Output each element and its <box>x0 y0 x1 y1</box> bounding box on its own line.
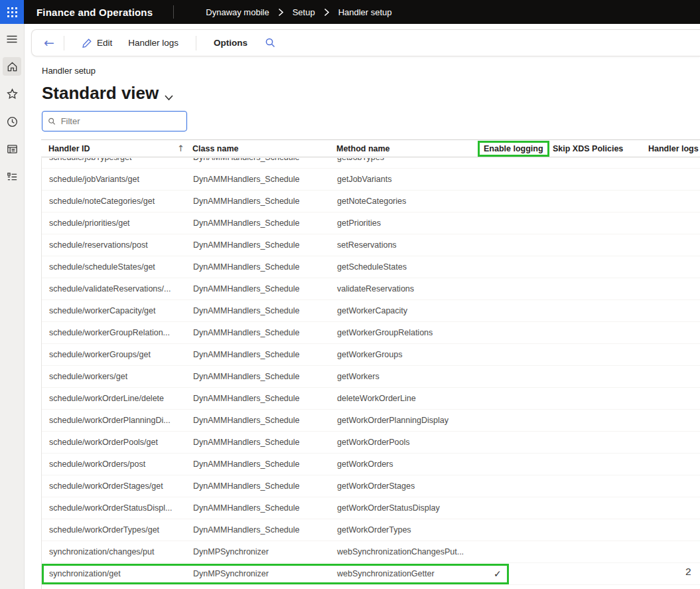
table-row[interactable]: schedule/workerCapacity/getDynAMMHandler… <box>42 300 700 322</box>
table-row[interactable]: schedule/workOrderStatusDispl...DynAMMHa… <box>42 497 700 519</box>
filter-input[interactable] <box>61 116 181 126</box>
table-row[interactable]: schedule/workOrderStages/getDynAMMHandle… <box>42 475 700 497</box>
search-icon <box>265 37 276 48</box>
options-menu-label: Options <box>214 38 247 48</box>
column-header-label: Method name <box>336 144 390 153</box>
cell-class-name: DynAMMHandlers_Schedule <box>193 438 337 447</box>
breadcrumb-item-area[interactable]: Setup <box>293 7 315 17</box>
cell-method-name: getPriorities <box>337 218 483 228</box>
sidebar-item-home[interactable] <box>0 53 25 81</box>
cell-method-name: getWorkOrderStages <box>337 481 483 491</box>
cell-handler-id: synchronization/get <box>42 569 193 578</box>
cell-method-name: setReservations <box>337 240 483 250</box>
annotation-highlight-box: Enable logging <box>478 141 549 157</box>
sidebar-item-favorites[interactable] <box>0 80 25 108</box>
column-header-enable-logging[interactable]: Enable logging <box>482 141 553 157</box>
cell-method-name: webSynchronizationGetter <box>337 569 483 578</box>
edit-button[interactable]: Edit <box>74 30 120 56</box>
options-menu-button[interactable]: Options <box>206 30 255 56</box>
cell-class-name: DynAMMHandlers_Schedule <box>193 284 337 294</box>
table-row[interactable]: schedule/workOrders/postDynAMMHandlers_S… <box>42 454 700 475</box>
cell-method-name: getWorkOrderStatusDisplay <box>337 503 483 513</box>
sidebar-item-modules[interactable] <box>0 163 25 191</box>
table-row[interactable]: schedule/workOrderLine/deleteDynAMMHandl… <box>42 388 700 410</box>
cell-method-name: webSynchronizationChangesPut... <box>337 547 483 556</box>
column-header-method-name[interactable]: Method name <box>336 144 482 153</box>
view-selector[interactable]: Standard view <box>42 81 174 106</box>
handler-logs-button-label: Handler logs <box>128 38 178 48</box>
cell-method-name: getWorkOrders <box>337 460 483 469</box>
breadcrumb: Dynaway mobile Setup Handler setup <box>206 7 391 17</box>
cell-handler-id: schedule/workerCapacity/get <box>42 306 193 315</box>
grid-rows: 2 schedule/jobTypes/getDynAMMHandlers_Sc… <box>41 158 700 589</box>
cell-handler-id: schedule/workOrders/post <box>42 460 193 469</box>
topbar-divider <box>173 5 174 19</box>
table-row[interactable]: schedule/scheduleStates/getDynAMMHandler… <box>42 256 700 278</box>
app-title[interactable]: Finance and Operations <box>36 7 153 18</box>
cell-handler-id: schedule/jobVariants/get <box>42 175 193 184</box>
search-button[interactable] <box>265 37 276 48</box>
sort-ascending-icon[interactable]: ↑ <box>177 143 184 153</box>
cell-class-name: DynAMMHandlers_Schedule <box>193 481 337 491</box>
table-row[interactable]: schedule/validateReservations/...DynAMMH… <box>42 278 700 300</box>
table-row[interactable]: synchronization/changes/putDynMPSynchron… <box>42 541 700 563</box>
column-header-label: Handler ID <box>48 144 90 153</box>
cell-class-name: DynAMMHandlers_Schedule <box>193 306 337 315</box>
cell-method-name: getWorkOrderPlanningDisplay <box>337 416 483 425</box>
annotation-step-number: 2 <box>685 566 691 578</box>
cell-method-name: getWorkerGroupRelations <box>337 328 483 337</box>
cell-method-name: getJobTypes <box>337 158 483 162</box>
cell-handler-id: schedule/priorities/get <box>42 218 193 228</box>
table-row[interactable]: synchronization/getDynMPSynchronizerwebS… <box>42 563 700 585</box>
table-row[interactable]: schedule/workOrderPlanningDi...DynAMMHan… <box>42 410 700 432</box>
cell-method-name: getScheduleStates <box>337 262 483 272</box>
table-row[interactable]: schedule/noteCategories/getDynAMMHandler… <box>42 191 700 212</box>
table-row[interactable]: schedule/jobTypes/getDynAMMHandlers_Sche… <box>42 158 700 169</box>
column-header-label: Class name <box>192 144 238 153</box>
cell-class-name: DynAMMHandlers_Schedule <box>193 372 337 381</box>
cell-handler-id: schedule/validateReservations/... <box>42 284 193 294</box>
home-icon <box>3 57 21 76</box>
app-launcher-button[interactable] <box>0 0 24 24</box>
cell-class-name: DynAMMHandlers_Schedule <box>193 218 337 228</box>
column-header-skip-xds-policies[interactable]: Skip XDS Policies <box>553 144 648 153</box>
table-row[interactable]: schedule/workOrderPools/getDynAMMHandler… <box>42 432 700 454</box>
sidebar-item-menu[interactable] <box>0 25 25 53</box>
column-header-handler-logs[interactable]: Handler logs <box>648 144 700 153</box>
cell-method-name: getWorkOrderPools <box>337 438 483 447</box>
hamburger-menu-icon <box>3 30 21 48</box>
table-row[interactable]: schedule/workers/getDynAMMHandlers_Sched… <box>42 366 700 388</box>
sidebar-item-workspaces[interactable] <box>0 135 25 163</box>
column-header-class-name[interactable]: Class name <box>192 144 336 153</box>
cell-method-name: validateReservations <box>337 284 483 294</box>
back-button[interactable]: ← <box>44 37 54 49</box>
table-row[interactable]: schedule/reservations/postDynAMMHandlers… <box>42 234 700 256</box>
handler-logs-button[interactable]: Handler logs <box>120 30 186 56</box>
chevron-right-icon <box>278 8 284 17</box>
cell-handler-id: schedule/reservations/post <box>42 240 193 250</box>
sidebar-item-recent[interactable] <box>0 108 25 136</box>
breadcrumb-item-page[interactable]: Handler setup <box>338 7 392 17</box>
table-row[interactable]: schedule/workOrderTypes/getDynAMMHandler… <box>42 519 700 541</box>
table-row[interactable]: schedule/workerGroupRelation...DynAMMHan… <box>42 322 700 344</box>
table-row[interactable]: schedule/priorities/getDynAMMHandlers_Sc… <box>42 212 700 234</box>
action-pane: ← Edit Handler logs Options <box>31 29 700 56</box>
column-header-handler-id[interactable]: Handler ID ↑ <box>41 143 192 153</box>
cell-method-name: getWorkerGroups <box>337 350 483 359</box>
cell-class-name: DynMPSynchronizer <box>193 547 337 556</box>
cell-class-name: DynAMMHandlers_Schedule <box>193 328 337 337</box>
cell-method-name: getWorkers <box>337 372 483 381</box>
table-row[interactable]: schedule/workerGroups/getDynAMMHandlers_… <box>42 344 700 366</box>
checkmark-icon: ✓ <box>483 568 553 579</box>
star-icon <box>3 85 21 104</box>
cell-class-name: DynAMMHandlers_Schedule <box>193 240 337 250</box>
edit-button-label: Edit <box>97 38 112 48</box>
cell-method-name: getWorkerCapacity <box>337 306 483 315</box>
grid-header-row: Handler ID ↑ Class name Method name Enab… <box>41 139 700 157</box>
cell-handler-id: schedule/workOrderLine/delete <box>42 394 193 403</box>
cell-class-name: DynAMMHandlers_Schedule <box>193 460 337 469</box>
breadcrumb-item-module[interactable]: Dynaway mobile <box>206 7 269 17</box>
table-row[interactable]: schedule/jobVariants/getDynAMMHandlers_S… <box>42 169 700 191</box>
cell-handler-id: schedule/workerGroupRelation... <box>42 328 193 337</box>
left-navigation-rail <box>0 24 25 589</box>
